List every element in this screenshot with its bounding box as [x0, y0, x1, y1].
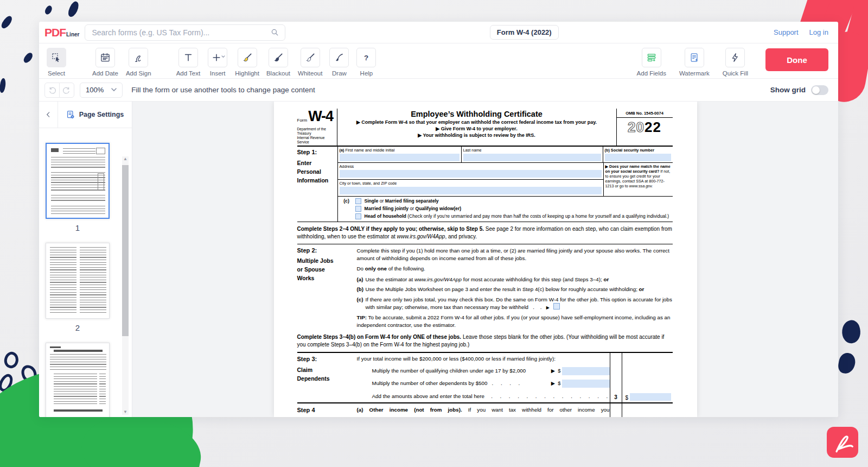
quick-fill-button[interactable] — [725, 48, 745, 67]
tool-whiteout[interactable]: Whiteout — [298, 48, 322, 77]
done-button[interactable]: Done — [765, 48, 828, 71]
step4-amount-cell — [622, 403, 673, 418]
sidebar-header: Page Settings — [39, 102, 132, 128]
show-grid-toggle[interactable] — [811, 85, 828, 95]
tool-quick-fill[interactable]: Quick Fill — [723, 48, 748, 77]
step2-section: Step 2: Multiple Jobs or Spouse Works Co… — [297, 244, 673, 330]
c-label: (c) — [338, 198, 355, 219]
add-sign-button[interactable] — [129, 48, 148, 67]
city-state-zip-field[interactable] — [340, 187, 602, 194]
thumb-decor — [51, 157, 105, 169]
form-year: 2022 — [617, 118, 673, 135]
step2-option-a: (a) Use the estimator at www.irs.gov/W4A… — [357, 276, 673, 283]
tool-select[interactable]: Select — [47, 48, 66, 77]
redo-button[interactable] — [59, 83, 74, 98]
lightning-icon — [730, 52, 741, 63]
login-link[interactable]: Log in — [809, 28, 828, 36]
workspace: Page Settings 1 — [39, 102, 838, 417]
whiteout-button[interactable] — [301, 48, 320, 67]
tool-add-fields[interactable]: Add Fields — [637, 48, 666, 77]
help-button[interactable]: ? — [356, 48, 376, 67]
tool-add-text[interactable]: Add Text — [176, 48, 201, 77]
ssn-cell: (b) Social security number — [603, 147, 673, 162]
form-bullet: ▶ Your withholding is subject to review … — [341, 132, 613, 139]
w4-form: Form W-4 Department of the Treasury Inte… — [297, 109, 673, 417]
blackout-button[interactable] — [269, 48, 288, 67]
step3-intro: If your total income will be $200,000 or… — [357, 356, 610, 363]
document-page: Form W-4 Department of the Treasury Inte… — [274, 102, 697, 417]
page-thumbnail-2[interactable] — [46, 243, 110, 319]
pdfliner-logo[interactable]: PDF Liner — [44, 27, 79, 38]
step1-section: Step 1: Enter Personal Information — [297, 147, 673, 222]
chevron-down-icon — [221, 55, 225, 58]
step2-label-block: Step 2: Multiple Jobs or Spouse Works — [297, 247, 357, 329]
scroll-up-arrow[interactable]: ▲ — [122, 156, 129, 162]
thumb-decor — [80, 247, 106, 314]
search-icon[interactable] — [270, 28, 279, 37]
decor-paint-dab — [0, 15, 14, 30]
omb-number: OMB No. 1545-0074 — [617, 109, 673, 118]
form-bullet: ▶ Complete Form W-4 so that your employe… — [341, 119, 613, 126]
tool-add-sign[interactable]: Add Sign — [126, 48, 151, 77]
filing-status-option: Single or Married filing separately — [355, 198, 673, 204]
form-title: Employee’s Withholding Certificate — [341, 110, 613, 118]
svg-text:?: ? — [364, 54, 368, 62]
scroll-down-arrow[interactable]: ▼ — [122, 409, 129, 415]
ssn-field[interactable] — [605, 154, 671, 161]
step3-total-field[interactable] — [630, 393, 671, 401]
decor-doodle-o — [2, 350, 21, 370]
scrollbar-thumb[interactable] — [122, 165, 129, 336]
decor-paint-dab — [0, 78, 7, 93]
draw-button[interactable] — [329, 48, 349, 67]
tool-highlight[interactable]: Highlight — [235, 48, 259, 77]
tool-add-date[interactable]: Add Date — [92, 48, 118, 77]
step3-total-cell: $ — [622, 353, 673, 402]
tool-draw[interactable]: Draw — [329, 48, 349, 77]
add-text-button[interactable] — [178, 48, 198, 67]
page-thumbnail-3[interactable] — [46, 343, 110, 417]
thumb-decor — [51, 206, 105, 214]
sidebar-scrollbar[interactable]: ▲ ▼ — [122, 156, 129, 415]
logo-pdf-text: PDF — [44, 27, 66, 38]
tool-watermark[interactable]: Watermark — [679, 48, 710, 77]
step2-tip: TIP: To be accurate, submit a 2022 Form … — [357, 314, 673, 329]
decor-paint-dab — [66, 0, 80, 18]
thumb-decor — [98, 173, 104, 191]
add-date-button[interactable] — [95, 48, 115, 67]
tool-insert[interactable]: Insert — [208, 48, 227, 77]
head-of-household-checkbox[interactable] — [355, 213, 361, 219]
last-name-field[interactable] — [463, 154, 601, 161]
collapse-sidebar-button[interactable] — [39, 102, 58, 128]
page-settings-button[interactable]: Page Settings — [58, 102, 132, 128]
page-thumbnail-1[interactable] — [46, 143, 110, 219]
undo-arrow-icon — [48, 86, 56, 94]
plus-icon — [211, 52, 222, 63]
two-jobs-checkbox[interactable] — [553, 303, 560, 310]
support-link[interactable]: Support — [774, 28, 799, 36]
single-checkbox[interactable] — [355, 198, 361, 204]
qualifying-children-amount-field[interactable] — [562, 367, 610, 375]
tool-blackout[interactable]: Blackout — [266, 48, 290, 77]
address-field[interactable] — [340, 170, 602, 178]
other-dependents-amount-field[interactable] — [562, 380, 610, 388]
married-jointly-checkbox[interactable] — [355, 206, 361, 212]
search-input[interactable] — [91, 28, 270, 37]
zoom-value: 100% — [86, 86, 104, 94]
department-lines: Department of the Treasury Internal Reve… — [297, 123, 336, 144]
search-box[interactable] — [85, 24, 285, 41]
first-name-field[interactable] — [340, 154, 459, 161]
select-button[interactable] — [47, 48, 66, 67]
steps24-note: Complete Steps 2–4 ONLY if they apply to… — [297, 222, 673, 244]
insert-button[interactable] — [208, 48, 227, 67]
undo-button[interactable] — [44, 83, 60, 98]
watermark-button[interactable] — [685, 48, 704, 67]
highlight-button[interactable] — [238, 48, 257, 67]
show-grid-label: Show grid — [770, 86, 806, 94]
decor-navy-blob — [840, 319, 863, 345]
page-settings-label: Page Settings — [79, 111, 124, 118]
tool-help[interactable]: ? Help — [356, 48, 376, 77]
cursor-select-icon — [51, 52, 62, 63]
form-title-block: Employee’s Withholding Certificate ▶ Com… — [337, 109, 617, 146]
add-fields-button[interactable] — [642, 48, 661, 67]
zoom-select[interactable]: 100% — [80, 83, 123, 98]
